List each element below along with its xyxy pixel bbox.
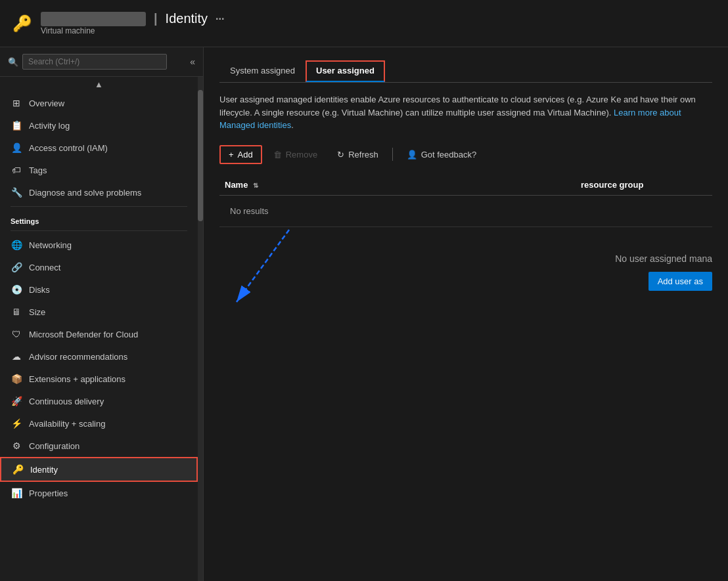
- sidebar-item-label: Configuration: [29, 441, 80, 451]
- diagnose-icon: 🔧: [11, 186, 22, 198]
- toolbar: + Add 🗑 Remove ↻: [219, 145, 712, 164]
- sidebar-item-label: Disks: [29, 285, 50, 295]
- remove-button-label: Remove: [286, 150, 317, 160]
- access-control-icon: 👤: [11, 142, 22, 154]
- defender-icon: 🛡: [11, 328, 22, 340]
- sidebar-item-overview[interactable]: ⊞ Overview: [0, 92, 198, 114]
- sidebar-item-label: Availability + scaling: [29, 419, 105, 429]
- main-content: System assigned User assigned User assig…: [204, 47, 728, 581]
- sidebar-item-label: Tags: [29, 165, 47, 175]
- sidebar-item-networking[interactable]: 🌐 Networking: [0, 234, 198, 256]
- sort-icon: ⇅: [253, 182, 258, 189]
- vm-icon: 🔑: [11, 12, 34, 35]
- sidebar-scrollbar[interactable]: [198, 77, 203, 581]
- sidebar-item-label: Activity log: [29, 121, 70, 131]
- search-input[interactable]: [22, 54, 167, 70]
- page-title: Identity: [166, 11, 208, 26]
- sidebar-item-activity-log[interactable]: 📋 Activity log: [0, 114, 198, 137]
- sidebar-item-label: Diagnose and solve problems: [29, 188, 141, 198]
- toolbar-separator: [392, 148, 393, 161]
- sidebar-item-label: Advisor recommendations: [29, 352, 127, 362]
- page-header: 🔑 | Identity ··· Virtual machine: [0, 0, 728, 47]
- sidebar-item-extensions[interactable]: 📦 Extensions + applications: [0, 368, 198, 390]
- add-button-label: Add: [238, 150, 253, 160]
- header-ellipsis: ···: [216, 13, 224, 25]
- column-name-header[interactable]: Name ⇅: [219, 180, 581, 190]
- networking-icon: 🌐: [11, 239, 22, 251]
- sidebar-item-defender[interactable]: 🛡 Microsoft Defender for Cloud: [0, 323, 198, 345]
- activity-log-icon: 📋: [11, 119, 22, 131]
- empty-state: No user assigned mana Add user as: [219, 227, 712, 317]
- identity-description: User assigned managed identities enable …: [219, 93, 712, 132]
- tab-system-assigned[interactable]: System assigned: [219, 60, 306, 82]
- scrollbar-thumb: [198, 90, 203, 221]
- sidebar-item-identity[interactable]: 🔑 Identity: [0, 457, 198, 482]
- sidebar-item-label: Properties: [29, 488, 68, 498]
- vm-name: | Identity ···: [41, 11, 224, 26]
- overview-icon: ⊞: [11, 97, 22, 109]
- scroll-up-button[interactable]: ▲: [0, 77, 198, 92]
- connect-icon: 🔗: [11, 261, 22, 273]
- sidebar-nav-container: ▲ ⊞ Overview 📋 Activity log 👤 Access con…: [0, 77, 203, 581]
- sidebar-item-diagnose[interactable]: 🔧 Diagnose and solve problems: [0, 181, 198, 204]
- sidebar-item-continuous-delivery[interactable]: 🚀 Continuous delivery: [0, 390, 198, 412]
- properties-icon: 📊: [11, 487, 22, 499]
- sidebar-item-label: Size: [29, 307, 45, 317]
- feedback-button-label: Got feedback?: [421, 150, 477, 160]
- availability-icon: ⚡: [11, 418, 22, 429]
- sidebar-item-label: Identity: [30, 465, 58, 475]
- sidebar-item-label: Overview: [29, 98, 64, 108]
- empty-state-text: No user assigned mana: [615, 253, 712, 264]
- no-results-text: No results: [225, 201, 707, 221]
- settings-section-label: Settings: [0, 209, 198, 228]
- refresh-button[interactable]: ↻ Refresh: [329, 146, 387, 163]
- extensions-icon: 📦: [11, 373, 22, 385]
- collapse-button[interactable]: «: [190, 56, 195, 67]
- table-header: Name ⇅ resource group: [219, 175, 712, 196]
- sidebar-search-bar: 🔍 «: [0, 47, 203, 77]
- feedback-icon: 👤: [407, 150, 417, 160]
- sidebar-item-advisor[interactable]: ☁ Advisor recommendations: [0, 345, 198, 368]
- header-title-block: | Identity ··· Virtual machine: [41, 11, 224, 35]
- tags-icon: 🏷: [11, 164, 22, 176]
- sidebar-item-access-control[interactable]: 👤 Access control (IAM): [0, 137, 198, 159]
- feedback-button[interactable]: 👤 Got feedback?: [398, 146, 486, 163]
- sidebar-item-label: Microsoft Defender for Cloud: [29, 330, 138, 339]
- nav-divider: [11, 206, 187, 207]
- sidebar-item-label: Access control (IAM): [29, 143, 108, 153]
- table-row: No results: [219, 196, 712, 227]
- add-button[interactable]: + Add: [219, 145, 262, 164]
- sidebar-item-connect[interactable]: 🔗 Connect: [0, 256, 198, 278]
- sidebar-item-disks[interactable]: 💿 Disks: [0, 278, 198, 301]
- delivery-icon: 🚀: [11, 395, 22, 407]
- size-icon: 🖥: [11, 306, 22, 318]
- vm-name-blurred: [41, 12, 146, 26]
- remove-button[interactable]: 🗑 Remove: [265, 146, 326, 163]
- sidebar-item-availability[interactable]: ⚡ Availability + scaling: [0, 412, 198, 435]
- refresh-button-label: Refresh: [348, 150, 378, 160]
- content-inner: System assigned User assigned User assig…: [204, 47, 728, 581]
- sidebar-item-label: Connect: [29, 263, 60, 272]
- header-subtitle: Virtual machine: [41, 26, 224, 35]
- sidebar-item-tags[interactable]: 🏷 Tags: [0, 159, 198, 181]
- main-layout: 🔍 « ▲ ⊞ Overview 📋 Activity log 👤 Access…: [0, 47, 728, 581]
- sidebar-item-label: Continuous delivery: [29, 397, 104, 406]
- sidebar: 🔍 « ▲ ⊞ Overview 📋 Activity log 👤 Access…: [0, 47, 204, 581]
- disks-icon: 💿: [11, 284, 22, 295]
- sidebar-item-properties[interactable]: 📊 Properties: [0, 482, 198, 504]
- sidebar-item-label: Networking: [29, 240, 72, 250]
- tab-bar: System assigned User assigned: [219, 60, 712, 83]
- advisor-icon: ☁: [11, 351, 22, 362]
- sidebar-item-label: Extensions + applications: [29, 374, 125, 384]
- column-rg-header[interactable]: resource group: [581, 180, 712, 190]
- sidebar-item-configuration[interactable]: ⚙ Configuration: [0, 435, 198, 457]
- add-user-button[interactable]: Add user as: [648, 272, 712, 291]
- trash-icon: 🗑: [273, 150, 282, 160]
- add-icon: +: [229, 150, 234, 160]
- sidebar-item-size[interactable]: 🖥 Size: [0, 301, 198, 323]
- settings-divider: [11, 230, 187, 231]
- title-separator: |: [154, 11, 158, 26]
- identity-icon: 🔑: [12, 463, 24, 475]
- search-icon: 🔍: [8, 57, 18, 67]
- tab-user-assigned[interactable]: User assigned: [306, 60, 385, 82]
